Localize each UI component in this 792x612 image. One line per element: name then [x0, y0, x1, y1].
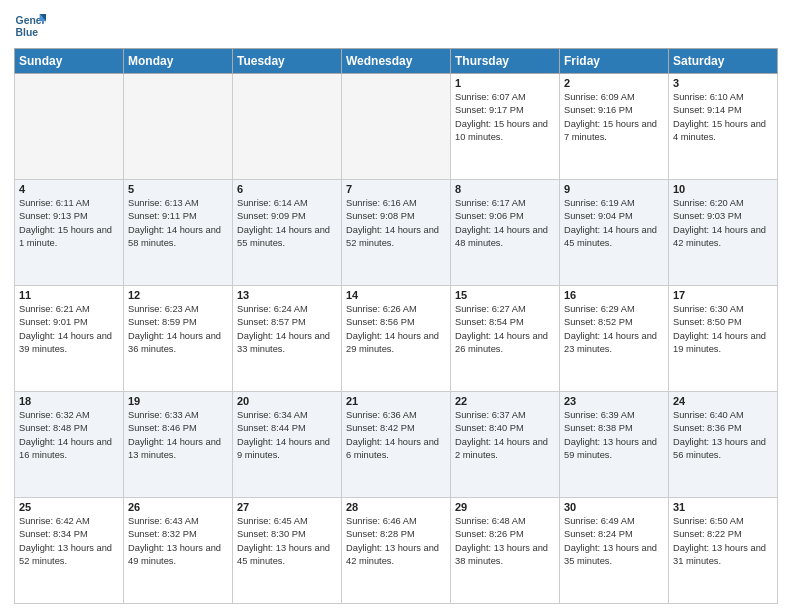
day-cell: 27 Sunrise: 6:45 AMSunset: 8:30 PMDaylig… [233, 498, 342, 604]
day-cell: 24 Sunrise: 6:40 AMSunset: 8:36 PMDaylig… [669, 392, 778, 498]
day-info: Sunrise: 6:21 AMSunset: 9:01 PMDaylight:… [19, 303, 119, 357]
day-number: 15 [455, 289, 555, 301]
day-info: Sunrise: 6:13 AMSunset: 9:11 PMDaylight:… [128, 197, 228, 251]
logo-icon: General Blue [14, 10, 46, 42]
day-cell: 9 Sunrise: 6:19 AMSunset: 9:04 PMDayligh… [560, 180, 669, 286]
day-info: Sunrise: 6:19 AMSunset: 9:04 PMDaylight:… [564, 197, 664, 251]
header: General Blue [14, 10, 778, 42]
week-row-5: 25 Sunrise: 6:42 AMSunset: 8:34 PMDaylig… [15, 498, 778, 604]
day-cell: 11 Sunrise: 6:21 AMSunset: 9:01 PMDaylig… [15, 286, 124, 392]
day-number: 13 [237, 289, 337, 301]
page-container: General Blue SundayMondayTuesdayWednesda… [0, 0, 792, 612]
day-cell: 21 Sunrise: 6:36 AMSunset: 8:42 PMDaylig… [342, 392, 451, 498]
day-number: 12 [128, 289, 228, 301]
day-number: 26 [128, 501, 228, 513]
weekday-header-row: SundayMondayTuesdayWednesdayThursdayFrid… [15, 49, 778, 74]
day-cell: 19 Sunrise: 6:33 AMSunset: 8:46 PMDaylig… [124, 392, 233, 498]
day-number: 27 [237, 501, 337, 513]
day-cell: 28 Sunrise: 6:46 AMSunset: 8:28 PMDaylig… [342, 498, 451, 604]
day-cell: 12 Sunrise: 6:23 AMSunset: 8:59 PMDaylig… [124, 286, 233, 392]
day-number: 18 [19, 395, 119, 407]
day-cell: 17 Sunrise: 6:30 AMSunset: 8:50 PMDaylig… [669, 286, 778, 392]
day-number: 16 [564, 289, 664, 301]
day-cell: 3 Sunrise: 6:10 AMSunset: 9:14 PMDayligh… [669, 74, 778, 180]
week-row-4: 18 Sunrise: 6:32 AMSunset: 8:48 PMDaylig… [15, 392, 778, 498]
weekday-header-friday: Friday [560, 49, 669, 74]
day-info: Sunrise: 6:14 AMSunset: 9:09 PMDaylight:… [237, 197, 337, 251]
day-info: Sunrise: 6:37 AMSunset: 8:40 PMDaylight:… [455, 409, 555, 463]
day-info: Sunrise: 6:09 AMSunset: 9:16 PMDaylight:… [564, 91, 664, 145]
day-cell: 7 Sunrise: 6:16 AMSunset: 9:08 PMDayligh… [342, 180, 451, 286]
day-cell: 8 Sunrise: 6:17 AMSunset: 9:06 PMDayligh… [451, 180, 560, 286]
day-number: 22 [455, 395, 555, 407]
day-cell [124, 74, 233, 180]
day-info: Sunrise: 6:45 AMSunset: 8:30 PMDaylight:… [237, 515, 337, 569]
day-cell: 6 Sunrise: 6:14 AMSunset: 9:09 PMDayligh… [233, 180, 342, 286]
logo: General Blue [14, 10, 46, 42]
day-cell [233, 74, 342, 180]
day-cell [342, 74, 451, 180]
day-cell: 1 Sunrise: 6:07 AMSunset: 9:17 PMDayligh… [451, 74, 560, 180]
weekday-header-thursday: Thursday [451, 49, 560, 74]
day-info: Sunrise: 6:40 AMSunset: 8:36 PMDaylight:… [673, 409, 773, 463]
day-info: Sunrise: 6:50 AMSunset: 8:22 PMDaylight:… [673, 515, 773, 569]
day-info: Sunrise: 6:32 AMSunset: 8:48 PMDaylight:… [19, 409, 119, 463]
day-info: Sunrise: 6:11 AMSunset: 9:13 PMDaylight:… [19, 197, 119, 251]
day-cell: 30 Sunrise: 6:49 AMSunset: 8:24 PMDaylig… [560, 498, 669, 604]
day-info: Sunrise: 6:39 AMSunset: 8:38 PMDaylight:… [564, 409, 664, 463]
day-number: 28 [346, 501, 446, 513]
day-number: 20 [237, 395, 337, 407]
day-number: 1 [455, 77, 555, 89]
day-info: Sunrise: 6:30 AMSunset: 8:50 PMDaylight:… [673, 303, 773, 357]
day-cell: 25 Sunrise: 6:42 AMSunset: 8:34 PMDaylig… [15, 498, 124, 604]
day-number: 6 [237, 183, 337, 195]
day-info: Sunrise: 6:46 AMSunset: 8:28 PMDaylight:… [346, 515, 446, 569]
week-row-2: 4 Sunrise: 6:11 AMSunset: 9:13 PMDayligh… [15, 180, 778, 286]
day-cell [15, 74, 124, 180]
day-cell: 10 Sunrise: 6:20 AMSunset: 9:03 PMDaylig… [669, 180, 778, 286]
day-cell: 5 Sunrise: 6:13 AMSunset: 9:11 PMDayligh… [124, 180, 233, 286]
day-cell: 13 Sunrise: 6:24 AMSunset: 8:57 PMDaylig… [233, 286, 342, 392]
day-number: 21 [346, 395, 446, 407]
day-number: 14 [346, 289, 446, 301]
day-info: Sunrise: 6:24 AMSunset: 8:57 PMDaylight:… [237, 303, 337, 357]
day-number: 29 [455, 501, 555, 513]
day-cell: 4 Sunrise: 6:11 AMSunset: 9:13 PMDayligh… [15, 180, 124, 286]
day-cell: 22 Sunrise: 6:37 AMSunset: 8:40 PMDaylig… [451, 392, 560, 498]
svg-text:Blue: Blue [16, 27, 39, 38]
calendar-table: SundayMondayTuesdayWednesdayThursdayFrid… [14, 48, 778, 604]
day-info: Sunrise: 6:26 AMSunset: 8:56 PMDaylight:… [346, 303, 446, 357]
day-number: 10 [673, 183, 773, 195]
day-info: Sunrise: 6:29 AMSunset: 8:52 PMDaylight:… [564, 303, 664, 357]
day-cell: 26 Sunrise: 6:43 AMSunset: 8:32 PMDaylig… [124, 498, 233, 604]
weekday-header-monday: Monday [124, 49, 233, 74]
day-info: Sunrise: 6:42 AMSunset: 8:34 PMDaylight:… [19, 515, 119, 569]
weekday-header-wednesday: Wednesday [342, 49, 451, 74]
day-info: Sunrise: 6:10 AMSunset: 9:14 PMDaylight:… [673, 91, 773, 145]
day-number: 23 [564, 395, 664, 407]
day-info: Sunrise: 6:36 AMSunset: 8:42 PMDaylight:… [346, 409, 446, 463]
day-cell: 31 Sunrise: 6:50 AMSunset: 8:22 PMDaylig… [669, 498, 778, 604]
week-row-1: 1 Sunrise: 6:07 AMSunset: 9:17 PMDayligh… [15, 74, 778, 180]
day-info: Sunrise: 6:17 AMSunset: 9:06 PMDaylight:… [455, 197, 555, 251]
day-number: 2 [564, 77, 664, 89]
day-info: Sunrise: 6:48 AMSunset: 8:26 PMDaylight:… [455, 515, 555, 569]
day-number: 17 [673, 289, 773, 301]
day-cell: 18 Sunrise: 6:32 AMSunset: 8:48 PMDaylig… [15, 392, 124, 498]
day-number: 30 [564, 501, 664, 513]
day-number: 4 [19, 183, 119, 195]
day-info: Sunrise: 6:43 AMSunset: 8:32 PMDaylight:… [128, 515, 228, 569]
day-info: Sunrise: 6:23 AMSunset: 8:59 PMDaylight:… [128, 303, 228, 357]
day-number: 25 [19, 501, 119, 513]
day-number: 11 [19, 289, 119, 301]
day-number: 31 [673, 501, 773, 513]
day-info: Sunrise: 6:49 AMSunset: 8:24 PMDaylight:… [564, 515, 664, 569]
weekday-header-tuesday: Tuesday [233, 49, 342, 74]
weekday-header-saturday: Saturday [669, 49, 778, 74]
day-number: 5 [128, 183, 228, 195]
day-number: 3 [673, 77, 773, 89]
day-cell: 23 Sunrise: 6:39 AMSunset: 8:38 PMDaylig… [560, 392, 669, 498]
day-cell: 20 Sunrise: 6:34 AMSunset: 8:44 PMDaylig… [233, 392, 342, 498]
day-number: 19 [128, 395, 228, 407]
day-number: 24 [673, 395, 773, 407]
